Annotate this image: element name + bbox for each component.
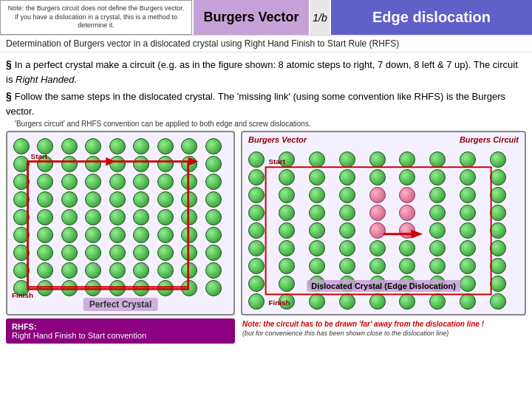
- atom: [339, 258, 355, 274]
- dislocated-crystal-diagram: Burgers Vector Burgers Circuit Start Fin…: [241, 131, 526, 316]
- atom: [109, 138, 126, 154]
- subtitle: Determination of Burgers vector in a dis…: [0, 35, 532, 52]
- atom: [85, 209, 101, 225]
- atom: [369, 258, 386, 274]
- perfect-crystal-grid: [7, 132, 233, 287]
- bullet-1: § In a perfect crystal make a circuit (e…: [6, 57, 526, 87]
- atom: [339, 222, 355, 239]
- atom: [37, 174, 53, 190]
- atom: [369, 187, 386, 203]
- atom: [279, 293, 295, 310]
- atom: [85, 138, 101, 154]
- rhfs-line1: RHFS:: [12, 322, 229, 331]
- atom: [399, 205, 415, 221]
- atom: [37, 156, 53, 172]
- atom: [157, 156, 174, 172]
- atom: [109, 280, 126, 296]
- atom: [157, 138, 174, 154]
- atom: [133, 174, 149, 190]
- atom: [133, 227, 149, 243]
- atom: [157, 262, 174, 279]
- atom: [309, 187, 325, 203]
- diagrams-row: Start Finish Perfect Crystal Burgers Vec…: [6, 131, 526, 316]
- atom: [490, 293, 506, 310]
- bottom-row: RHFS: Right Hand Finish to Start convent…: [6, 318, 526, 344]
- atom: [279, 276, 295, 292]
- atom: [339, 293, 355, 310]
- burgers-vector-button[interactable]: Burgers Vector: [192, 0, 310, 35]
- atom: [37, 138, 53, 154]
- bullet-section: § In a perfect crystal make a circuit (e…: [6, 57, 526, 128]
- fraction-icon: 1/b: [310, 0, 331, 35]
- atom: [37, 209, 53, 225]
- atom: [460, 276, 476, 292]
- atom: [157, 191, 174, 208]
- dislocated-crystal-label: Dislocated Crystal (Edge Dislocation): [307, 280, 460, 292]
- bullet-2: § Follow the same steps in the dislocate…: [6, 89, 526, 119]
- atom: [181, 209, 197, 225]
- atom: [133, 191, 149, 208]
- atom: [157, 280, 174, 296]
- atom: [37, 280, 53, 296]
- atom: [490, 205, 506, 221]
- atom: [429, 222, 446, 239]
- atom: [109, 245, 126, 261]
- atom: [13, 174, 30, 190]
- atom: [429, 293, 446, 310]
- atom: [37, 245, 53, 261]
- atom: [248, 222, 265, 239]
- atom: [85, 191, 101, 208]
- atom: [85, 156, 101, 172]
- atom: [181, 191, 197, 208]
- atom: [85, 227, 101, 243]
- atom: [460, 151, 476, 168]
- burgers-vector-label: Burgers Vector: [203, 10, 299, 25]
- atom: [490, 187, 506, 203]
- atom: [490, 222, 506, 239]
- atom: [339, 187, 355, 203]
- edge-dislocation-button[interactable]: Edge dislocation: [331, 0, 532, 35]
- atom: [181, 245, 197, 261]
- atom: [429, 169, 446, 185]
- atom: [61, 209, 78, 225]
- atom: [279, 187, 295, 203]
- atom: [369, 151, 386, 168]
- atom: [109, 227, 126, 243]
- rhfs-line2: Right Hand Finish to Start convention: [12, 331, 229, 340]
- atom: [460, 293, 476, 310]
- bottom-note-text: Note: the circuit has to be drawn 'far' …: [242, 320, 484, 328]
- bv-label: Burgers Vector: [248, 135, 307, 144]
- atom: [109, 156, 126, 172]
- atom: [490, 151, 506, 168]
- atom: [279, 240, 295, 256]
- atom: [109, 209, 126, 225]
- atom: [13, 209, 30, 225]
- atom: [109, 262, 126, 279]
- atom: [460, 205, 476, 221]
- atom: [13, 156, 30, 172]
- atom: [13, 245, 30, 261]
- atom: [61, 191, 78, 208]
- atom: [309, 222, 325, 239]
- header-row: Note: the Burgers circuit does not defin…: [0, 0, 532, 35]
- atom: [61, 174, 78, 190]
- atom: [157, 245, 174, 261]
- atom: [109, 191, 126, 208]
- atom: [157, 227, 174, 243]
- atom: [13, 138, 30, 154]
- atom: [13, 227, 30, 243]
- atom: [399, 222, 415, 239]
- atom: [279, 258, 295, 274]
- bc-label: Burgers Circuit: [460, 135, 519, 144]
- atom: [181, 138, 197, 154]
- atom: [181, 174, 197, 190]
- atom: [205, 227, 222, 243]
- atom: [248, 240, 265, 256]
- atom: [13, 191, 30, 208]
- atom: [133, 262, 149, 279]
- atom: [37, 227, 53, 243]
- atom: [205, 262, 222, 279]
- atom: [279, 169, 295, 185]
- atom: [181, 280, 197, 296]
- atom: [460, 258, 476, 274]
